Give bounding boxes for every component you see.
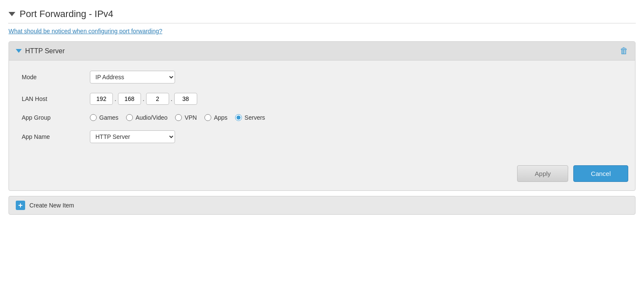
ip-octet-2[interactable]: 168 xyxy=(118,93,141,105)
lan-host-row: LAN Host 192 . 168 . 2 . 38 xyxy=(22,93,622,105)
delete-section-icon[interactable]: 🗑 xyxy=(620,46,628,56)
apply-button[interactable]: Apply xyxy=(517,165,568,182)
ip-octet-4[interactable]: 38 xyxy=(174,93,197,105)
ip-octet-3[interactable]: 2 xyxy=(146,93,169,105)
mode-select[interactable]: IP Address MAC Address xyxy=(90,71,175,83)
http-server-panel: HTTP Server 🗑 Mode IP Address MAC Addres… xyxy=(9,41,635,191)
radio-vpn-input[interactable] xyxy=(175,114,182,121)
radio-apps-label: Apps xyxy=(214,114,227,121)
radio-games[interactable]: Games xyxy=(90,114,118,121)
app-name-select[interactable]: HTTP Server HTTPS Server FTP Server SSH … xyxy=(90,130,175,143)
radio-vpn[interactable]: VPN xyxy=(175,114,197,121)
radio-audio-video-label: Audio/Video xyxy=(135,114,167,121)
mode-row: Mode IP Address MAC Address xyxy=(22,71,622,83)
section-body: Mode IP Address MAC Address LAN Host 192… xyxy=(9,60,635,161)
app-name-label: App Name xyxy=(22,133,90,140)
radio-games-label: Games xyxy=(99,114,118,121)
radio-apps-input[interactable] xyxy=(204,114,211,121)
app-name-row: App Name HTTP Server HTTPS Server FTP Se… xyxy=(22,130,622,143)
create-new-row[interactable]: + Create New Item xyxy=(9,196,635,215)
cancel-button[interactable]: Cancel xyxy=(573,165,628,182)
create-new-label: Create New Item xyxy=(29,202,74,209)
create-new-icon[interactable]: + xyxy=(16,201,25,210)
mode-control: IP Address MAC Address xyxy=(90,71,622,83)
ip-dot-2: . xyxy=(143,95,144,102)
app-group-row: App Group Games Audio/Video VPN xyxy=(22,114,622,121)
app-group-control: Games Audio/Video VPN Apps xyxy=(90,114,622,121)
help-link[interactable]: What should be noticed when configuring … xyxy=(9,28,162,35)
lan-host-label: LAN Host xyxy=(22,95,90,102)
title-divider xyxy=(9,23,635,23)
section-header-left: HTTP Server xyxy=(16,47,65,55)
ip-octet-1[interactable]: 192 xyxy=(90,93,113,105)
radio-servers[interactable]: Servers xyxy=(235,114,265,121)
radio-audio-video[interactable]: Audio/Video xyxy=(126,114,167,121)
page-title: Port Forwarding - IPv4 xyxy=(20,9,113,20)
section-collapse-icon[interactable] xyxy=(16,49,22,53)
section-title: HTTP Server xyxy=(25,47,65,55)
page-title-row: Port Forwarding - IPv4 xyxy=(9,9,635,20)
radio-apps[interactable]: Apps xyxy=(204,114,227,121)
radio-servers-input[interactable] xyxy=(235,114,242,121)
app-group-label: App Group xyxy=(22,114,90,121)
radio-vpn-label: VPN xyxy=(184,114,197,121)
app-name-control: HTTP Server HTTPS Server FTP Server SSH … xyxy=(90,130,622,143)
radio-games-input[interactable] xyxy=(90,114,97,121)
section-header: HTTP Server 🗑 xyxy=(9,42,635,60)
ip-dot-1: . xyxy=(115,95,116,102)
radio-servers-label: Servers xyxy=(244,114,265,121)
lan-host-control: 192 . 168 . 2 . 38 xyxy=(90,93,622,105)
radio-audio-video-input[interactable] xyxy=(126,114,133,121)
mode-label: Mode xyxy=(22,74,90,81)
buttons-row: Apply Cancel xyxy=(9,161,635,190)
page-wrapper: Port Forwarding - IPv4 What should be no… xyxy=(0,0,644,215)
ip-dot-3: . xyxy=(171,95,172,102)
collapse-icon[interactable] xyxy=(9,12,15,16)
